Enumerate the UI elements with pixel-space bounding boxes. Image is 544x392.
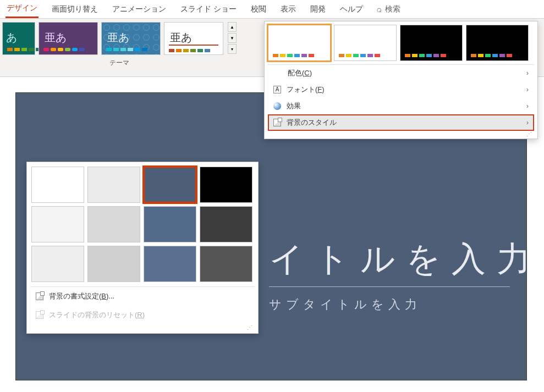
menu-fonts-label: フォント(F) [287,85,325,95]
tab-help[interactable]: ヘルプ [339,1,364,18]
gallery-up-button[interactable]: ▲ [228,22,237,32]
gallery-more-button[interactable]: ▾ [228,44,237,54]
variants-submenu: 配色(C) › A フォント(F) › 効果 › 背景のスタイル › [268,64,534,131]
chevron-right-icon: › [526,102,529,110]
chevron-right-icon: › [526,69,529,77]
panel-resize-grip[interactable]: ⋰ [30,324,255,330]
chevron-right-icon: › [526,119,529,126]
tab-animations[interactable]: アニメーション [111,1,167,18]
subtitle-placeholder[interactable]: サブタイトルを入力 [269,296,421,313]
theme-sample-text: 亜あ [107,30,129,45]
tab-developer[interactable]: 開発 [309,1,327,18]
variant-thumbnail[interactable] [400,25,463,61]
tab-design[interactable]: デザイン [6,0,39,18]
theme-color-chips [169,49,210,52]
variants-grid [268,25,534,61]
reset-background-icon [36,311,43,319]
menu-format-background-label: 背景の書式設定(B)... [49,291,114,301]
theme-sample-text: 亜あ [45,30,67,45]
themes-group-label: テーマ [109,58,129,68]
variant-thumbnail[interactable] [466,25,529,61]
fonts-icon: A [273,86,281,93]
background-style-swatch[interactable] [200,167,252,203]
theme-thumbnail[interactable]: 亜あ [39,22,98,55]
format-background-icon [36,292,43,300]
background-style-swatch[interactable] [144,246,196,282]
theme-thumbnail[interactable]: 亜あ [101,22,161,55]
themes-group: あ 亜あ 亜あ 亜あ ▲ ▼ ▾ テーマ [0,19,239,76]
menu-effects-label: 効果 [287,101,301,111]
colors-icon [273,69,282,78]
chevron-right-icon: › [526,86,529,93]
menu-background-styles[interactable]: 背景のスタイル › [268,114,534,131]
background-styles-grid [30,165,255,283]
search-placeholder: 検索 [385,4,400,14]
background-style-swatch[interactable] [200,246,252,282]
ribbon-tabs: デザイン 画面切り替え アニメーション スライド ショー 校閲 表示 開発 ヘル… [0,0,544,19]
variant-thumbnail[interactable] [268,25,331,61]
panel-resize-grip[interactable]: ⋰ [268,131,534,136]
variants-dropdown-panel: 配色(C) › A フォント(F) › 効果 › 背景のスタイル › ⋰ [264,21,538,139]
background-style-swatch[interactable] [87,167,140,203]
menu-bgstyles-label: 背景のスタイル [287,118,337,128]
background-style-swatch[interactable] [87,206,140,242]
menu-colors[interactable]: 配色(C) › [268,65,534,81]
theme-sample-text: 亜あ [170,30,192,45]
tab-review[interactable]: 校閲 [250,1,267,18]
search-box[interactable]: 検索 [376,4,400,14]
gallery-down-button[interactable]: ▼ [228,33,237,43]
background-style-swatch[interactable] [31,167,84,203]
title-placeholder[interactable]: イトルを入力 [269,236,542,282]
background-styles-flyout: 背景の書式設定(B)... スライドの背景のリセット(R) ⋰ [26,162,259,334]
background-style-swatch[interactable] [144,206,196,242]
background-flyout-menu: 背景の書式設定(B)... スライドの背景のリセット(R) [30,286,255,324]
menu-colors-label: 配色(C) [288,68,312,78]
tab-view[interactable]: 表示 [279,1,297,18]
theme-color-chips [106,48,147,51]
background-style-swatch[interactable] [87,246,140,282]
background-styles-icon [273,119,281,126]
background-style-swatch[interactable] [200,206,252,242]
theme-color-chips [43,48,85,51]
title-underline [269,286,510,287]
themes-gallery-spinner: ▲ ▼ ▾ [228,22,237,54]
menu-reset-background-label: スライドの背景のリセット(R) [49,310,145,320]
theme-thumbnail[interactable]: あ [2,22,35,55]
tab-transitions[interactable]: 画面切り替え [51,1,99,18]
effects-icon [273,102,281,110]
menu-fonts[interactable]: A フォント(F) › [268,81,534,98]
menu-format-background[interactable]: 背景の書式設定(B)... [30,287,255,306]
menu-reset-background: スライドの背景のリセット(R) [30,306,255,324]
background-style-swatch[interactable] [31,206,84,242]
variant-thumbnail[interactable] [334,25,397,61]
background-style-swatch[interactable] [144,167,196,203]
theme-sample-text: あ [6,30,17,45]
background-style-swatch[interactable] [31,246,84,282]
search-icon [376,4,382,14]
menu-effects[interactable]: 効果 › [268,98,534,114]
tab-slideshow[interactable]: スライド ショー [179,1,238,18]
theme-thumbnail[interactable]: 亜あ [164,22,223,55]
